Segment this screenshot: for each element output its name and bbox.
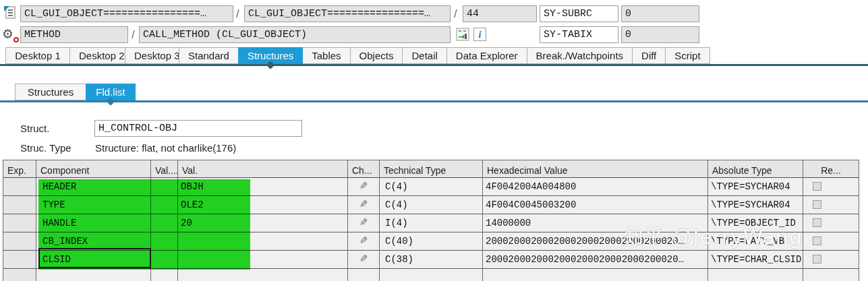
tab-tables[interactable]: Tables bbox=[302, 47, 350, 64]
event-name-field[interactable]: CALL_METHOD (CL_GUI_OBJECT) bbox=[139, 26, 451, 43]
reference-cell bbox=[803, 196, 859, 214]
sy-subrc-value-field[interactable]: 0 bbox=[621, 5, 699, 22]
event-gear-icon: ⚙ bbox=[2, 26, 18, 42]
gear-badge bbox=[13, 37, 19, 42]
row-selector[interactable] bbox=[3, 196, 36, 214]
header-exp: Exp. bbox=[3, 160, 36, 178]
absolute-type-cell: \TYPE=CHAR_CLSID bbox=[708, 251, 803, 269]
struct-name-input[interactable]: H_CONTROL-OBJ bbox=[94, 120, 302, 137]
sy-tabix-value-field[interactable]: 0 bbox=[621, 26, 699, 43]
header-absolute-type: Absolute Type bbox=[708, 160, 803, 178]
header-component: Component bbox=[36, 160, 151, 178]
struct-label: Struct. bbox=[20, 123, 49, 134]
tab-detail[interactable]: Detail bbox=[402, 47, 446, 64]
header-change: Ch... bbox=[348, 160, 380, 178]
struct-type-value: Structure: flat, not charlike(176) bbox=[95, 142, 236, 154]
header-reference: Re... bbox=[803, 160, 859, 178]
tab-desktop-3[interactable]: Desktop 3 bbox=[125, 47, 179, 64]
source-document-icon bbox=[3, 5, 17, 20]
edit-pencil-icon[interactable]: ✎ bbox=[359, 179, 368, 194]
header-hexadecimal-value: Hexadecimal Value bbox=[483, 160, 708, 178]
tab-desktop-2[interactable]: Desktop 2 bbox=[69, 47, 125, 64]
include-program-field[interactable]: CL_GUI_OBJECT================… bbox=[244, 5, 451, 22]
row-selector[interactable] bbox=[3, 178, 36, 196]
technical-type-cell: C(4) bbox=[380, 178, 483, 196]
change-cell: ✎ bbox=[348, 251, 380, 269]
tab-break-watchpoints[interactable]: Break./Watchpoints bbox=[527, 47, 633, 64]
table-row-empty bbox=[3, 269, 859, 281]
tab-standard[interactable]: Standard bbox=[179, 47, 239, 64]
hex-value-cell: 2000200020002000200020002000200020… bbox=[483, 251, 708, 269]
edit-pencil-icon[interactable]: ✎ bbox=[359, 251, 368, 267]
technical-type-cell: C(38) bbox=[380, 251, 483, 269]
event-type-field[interactable]: METHOD bbox=[20, 26, 128, 43]
absolute-type-cell: \TYPE=SYCHAR04 bbox=[708, 196, 803, 214]
reference-checkbox[interactable] bbox=[813, 255, 821, 263]
tab-diff[interactable]: Diff bbox=[632, 47, 666, 64]
tab-structures[interactable]: Structures bbox=[238, 47, 303, 64]
separator-slash: / bbox=[454, 7, 457, 21]
separator-slash: / bbox=[236, 7, 239, 21]
row-selector[interactable] bbox=[3, 232, 36, 251]
main-tab-separator-line bbox=[0, 64, 868, 66]
row-selector[interactable] bbox=[3, 251, 36, 269]
tab-script[interactable]: Script bbox=[665, 47, 710, 64]
reference-checkbox[interactable] bbox=[813, 200, 821, 209]
tab-data-explorer[interactable]: Data Explorer bbox=[446, 47, 527, 64]
info-icon[interactable]: i bbox=[473, 28, 486, 41]
reference-cell bbox=[803, 251, 859, 269]
clsid-selection-border bbox=[38, 248, 151, 268]
hex-value-cell: 4F004C0045003200 bbox=[483, 196, 708, 214]
sub-tab-separator-line bbox=[0, 100, 868, 102]
main-tab-bar: Desktop 1 Desktop 2 Desktop 3 Standard S… bbox=[5, 47, 710, 64]
reference-checkbox[interactable] bbox=[813, 218, 821, 227]
change-cell: ✎ bbox=[348, 178, 380, 196]
change-cell: ✎ bbox=[348, 232, 380, 251]
reference-checkbox[interactable] bbox=[813, 182, 821, 191]
header-val: Val. bbox=[178, 160, 348, 178]
header-technical-type: Technical Type bbox=[380, 160, 483, 178]
subtab-structures[interactable]: Structures bbox=[15, 84, 86, 100]
sy-subrc-label-field[interactable]: SY-SUBRC bbox=[540, 5, 618, 22]
abap-debugger-screen: CL_GUI_OBJECT================… / CL_GUI_… bbox=[0, 0, 868, 281]
technical-type-cell: C(40) bbox=[380, 232, 483, 251]
reference-cell bbox=[803, 214, 859, 232]
tab-desktop-1[interactable]: Desktop 1 bbox=[5, 47, 70, 64]
reference-cell bbox=[803, 178, 859, 196]
reference-checkbox[interactable] bbox=[813, 237, 821, 245]
edit-pencil-icon[interactable]: ✎ bbox=[359, 233, 368, 249]
edit-pencil-icon[interactable]: ✎ bbox=[359, 197, 368, 212]
edit-pencil-icon[interactable]: ✎ bbox=[359, 215, 368, 230]
change-cell: ✎ bbox=[348, 214, 380, 232]
sy-tabix-label-field[interactable]: SY-TABIX bbox=[540, 26, 618, 43]
change-cell: ✎ bbox=[348, 196, 380, 214]
subtab-fld-list[interactable]: Fld.list bbox=[86, 84, 136, 100]
absolute-type-cell: \TYPE=SYCHAR04 bbox=[708, 178, 803, 196]
reference-cell bbox=[803, 232, 859, 251]
technical-type-cell: C(4) bbox=[380, 196, 483, 214]
header-val-length: Val.... bbox=[151, 160, 178, 178]
row-selector[interactable] bbox=[3, 214, 36, 232]
hex-value-cell: 4F0042004A004800 bbox=[483, 178, 708, 196]
step-into-table-icon[interactable] bbox=[456, 28, 469, 42]
separator-slash: / bbox=[132, 28, 135, 42]
technical-type-cell: I(4) bbox=[380, 214, 483, 232]
line-number-field[interactable]: 44 bbox=[463, 5, 537, 22]
struct-type-label: Struc. Type bbox=[20, 142, 71, 154]
main-program-field[interactable]: CL_GUI_OBJECT================… bbox=[20, 5, 233, 22]
table-header-row: Exp. Component Val.... Val. Ch... Techni… bbox=[3, 160, 859, 178]
sub-tab-bar: Structures Fld.list bbox=[15, 84, 135, 100]
watermark-text: 知乎 @JerryWang bbox=[623, 224, 803, 251]
row-selector[interactable] bbox=[3, 269, 36, 281]
tab-objects[interactable]: Objects bbox=[350, 47, 403, 64]
